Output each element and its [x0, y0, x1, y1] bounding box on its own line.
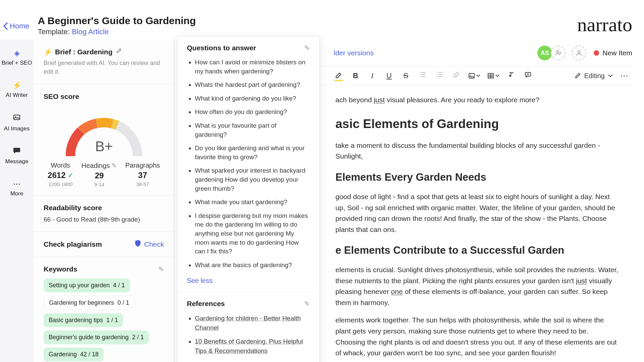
question-item: Do you like gardening and what is your f… — [195, 144, 310, 162]
seo-gauge: B+ — [57, 106, 151, 160]
edit-references-icon[interactable]: ✎ — [304, 300, 310, 308]
rail-ai-images[interactable]: AI Images — [0, 111, 34, 135]
references-title: References — [187, 300, 225, 308]
question-item: What sparked your interest in backyard g… — [195, 166, 310, 193]
italic-button[interactable]: I — [367, 71, 377, 80]
svg-point-5 — [420, 72, 421, 73]
home-label: Home — [10, 22, 30, 31]
image-icon — [13, 113, 21, 123]
svg-rect-0 — [14, 115, 20, 120]
svg-point-4 — [578, 51, 580, 53]
editing-mode-dropdown[interactable]: Editing — [574, 72, 613, 80]
reference-link[interactable]: 10 Benefits of Gardening, Plus Helpful T… — [195, 338, 303, 354]
seo-score-title: SEO score — [44, 93, 164, 101]
keyword-pill[interactable]: Setting up your garden4 / 1 — [44, 279, 130, 292]
add-user-button[interactable] — [551, 46, 566, 60]
question-item: I despise gardening but my mom makes me … — [195, 212, 310, 256]
check-icon: ✓ — [68, 171, 73, 179]
highlight-button[interactable] — [334, 71, 344, 80]
page-title: A Beginner's Guide to Gardening — [38, 15, 196, 26]
table-button[interactable] — [487, 72, 499, 79]
more-icon: ⋯ — [13, 180, 20, 188]
question-item: What are the basics of gardening? — [195, 261, 310, 270]
keyword-pill[interactable]: Basic gardening tips1 / 1 — [44, 313, 123, 327]
see-less-link[interactable]: See less — [187, 277, 213, 285]
questions-title: Questions to answer — [187, 44, 256, 52]
underline-button[interactable]: U — [384, 71, 394, 80]
svg-point-7 — [420, 74, 421, 75]
pencil-icon[interactable]: ✎ — [111, 162, 117, 170]
plagiarism-title: Check plagiarism — [44, 240, 102, 248]
reference-item: 10 Benefits of Gardening, Plus Helpful T… — [195, 337, 310, 355]
readability-value: 66 - Good to Read (8th-9th grade) — [44, 216, 164, 223]
question-item: What made you start gardening? — [195, 198, 310, 207]
heading-contribute: e Elements Contribute to a Successful Ga… — [335, 242, 619, 258]
keyword-pill[interactable]: Beginner's guide to gardening2 / 1 — [44, 330, 149, 344]
message-icon — [13, 147, 21, 156]
svg-rect-14 — [438, 74, 442, 75]
rail-ai-writer[interactable]: ⚡ AI Writer — [0, 78, 34, 101]
keywords-title: Keywords — [44, 265, 77, 273]
svg-rect-16 — [438, 76, 442, 77]
metric-headings: Headings ✎ 29 9-14 — [82, 162, 117, 187]
question-item: How can I avoid or minimize blisters on … — [195, 58, 310, 76]
toolbar-more-button[interactable]: ⋯ — [620, 71, 629, 80]
svg-text:B+: B+ — [95, 138, 113, 154]
rail-message[interactable]: Message — [0, 144, 34, 168]
svg-rect-12 — [438, 72, 442, 73]
pencil-icon — [574, 72, 581, 79]
link-button[interactable] — [451, 71, 461, 80]
seo-panel: ⚡ Brief : Gardening Brief generated with… — [34, 40, 174, 362]
status-dot-icon — [594, 50, 599, 56]
bullet-list-button[interactable] — [418, 71, 428, 80]
question-item: What is your favourite part of gardening… — [195, 121, 310, 139]
lightning-icon: ⚡ — [12, 81, 21, 90]
numbered-list-button[interactable]: 123 — [434, 71, 444, 80]
home-link[interactable]: Home — [3, 22, 30, 31]
bold-button[interactable]: B — [351, 71, 361, 80]
logo: narrato — [577, 15, 632, 35]
rail-brief-seo[interactable]: ◈ Brief + SEO — [0, 46, 34, 69]
status-dropdown[interactable]: New Item — [594, 49, 632, 57]
avatar[interactable]: AS — [537, 46, 552, 60]
left-rail: ◈ Brief + SEO ⚡ AI Writer AI Images Mess… — [0, 40, 34, 362]
clear-format-button[interactable] — [506, 71, 516, 80]
shield-icon — [135, 240, 141, 249]
image-button[interactable] — [468, 72, 480, 79]
svg-point-18 — [470, 75, 471, 76]
lightning-icon: ⚡ — [44, 48, 52, 56]
template-link[interactable]: Blog Article — [72, 27, 109, 36]
target-icon: ◈ — [14, 49, 20, 58]
svg-rect-10 — [422, 76, 426, 77]
heading-basic-elements: asic Elements of Gardening — [335, 114, 619, 133]
svg-point-3 — [556, 51, 559, 53]
keyword-pill[interactable]: Gardening for beginners0 / 1 — [44, 296, 135, 310]
edit-questions-icon[interactable]: ✎ — [304, 44, 310, 52]
older-versions-link[interactable]: lder versions — [334, 49, 374, 57]
svg-point-9 — [420, 76, 421, 77]
brief-title: Brief : Gardening — [55, 48, 113, 56]
edit-brief-icon[interactable] — [115, 48, 122, 56]
assignee-slot[interactable] — [572, 46, 586, 60]
reference-link[interactable]: Gardening for children - Better Health C… — [195, 315, 301, 331]
heading-elements-needs: Elements Every Garden Needs — [335, 169, 619, 185]
question-item: Whats the hardest part of gardening? — [195, 80, 310, 89]
questions-panel: Questions to answer ✎ How can I avoid or… — [177, 36, 320, 362]
rail-more[interactable]: ⋯ More — [0, 177, 34, 200]
metric-words: Words 2612✓ 1200-1800 — [48, 162, 73, 187]
metric-paragraphs: Paragraphs 37 38-57 — [125, 162, 160, 187]
edit-keywords-icon[interactable]: ✎ — [158, 265, 164, 273]
readability-title: Readability score — [44, 204, 164, 212]
keyword-pill[interactable]: Gardening42 / 18 — [44, 348, 104, 361]
svg-text:3: 3 — [436, 75, 438, 78]
comment-button[interactable] — [523, 71, 533, 80]
check-plagiarism-button[interactable]: Check — [135, 240, 164, 249]
reference-item: Gardening for children - Better Health C… — [195, 314, 310, 332]
svg-rect-6 — [422, 72, 426, 73]
brief-subtitle: Brief generated with AI. You can review … — [44, 59, 164, 76]
avatar-group: AS — [537, 46, 566, 60]
question-item: How often do you do gardening? — [195, 108, 310, 117]
question-item: What kind of gardening do you like? — [195, 94, 310, 103]
svg-rect-8 — [422, 74, 426, 75]
strikethrough-button[interactable]: S — [401, 71, 411, 80]
